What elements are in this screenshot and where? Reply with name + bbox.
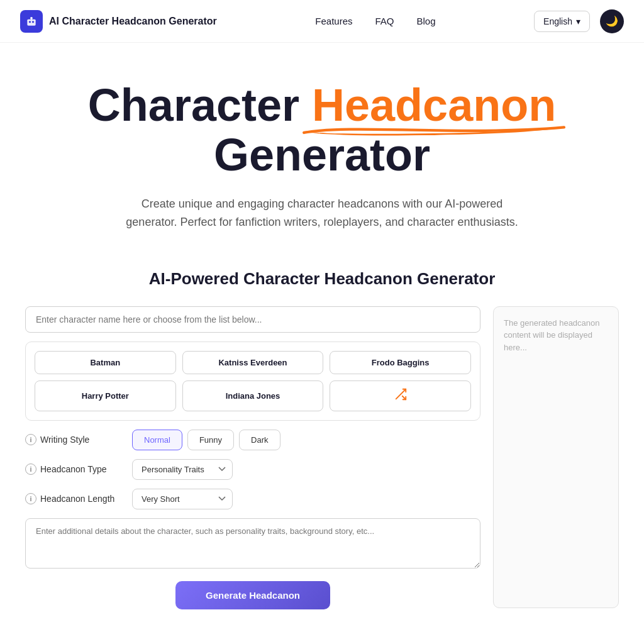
svg-rect-0 — [27, 19, 35, 25]
chevron-down-icon: ▾ — [576, 16, 580, 26]
writing-style-buttons: Normal Funny Dark — [132, 430, 280, 450]
style-btn-dark[interactable]: Dark — [239, 430, 280, 450]
headcanon-type-row: i Headcanon Type Personality Traits Back… — [25, 459, 480, 480]
navbar: AI Character Headcanon Generator Feature… — [0, 0, 644, 43]
svg-point-1 — [29, 21, 31, 23]
character-buttons-grid: Batman Katniss Everdeen Frodo Baggins Ha… — [25, 341, 480, 421]
nav-faq[interactable]: FAQ — [375, 16, 394, 26]
writing-style-label: Writing Style — [40, 435, 89, 445]
char-btn-frodo[interactable]: Frodo Baggins — [330, 351, 471, 374]
writing-style-info-icon[interactable]: i — [25, 434, 36, 445]
nav-logo[interactable]: AI Character Headcanon Generator — [20, 10, 217, 33]
output-panel: The generated headcanon content will be … — [493, 306, 619, 608]
nav-links: Features FAQ Blog — [315, 16, 435, 26]
char-btn-katniss[interactable]: Katniss Everdeen — [182, 351, 324, 374]
additional-details-textarea[interactable] — [25, 518, 480, 569]
logo-icon — [20, 10, 43, 33]
generator-left: Batman Katniss Everdeen Frodo Baggins Ha… — [25, 306, 480, 609]
headcanon-type-label-group: i Headcanon Type — [25, 464, 126, 475]
writing-style-row: i Writing Style Normal Funny Dark — [25, 430, 480, 450]
hero-section: Character Headcanon Generator Create uni… — [0, 43, 644, 257]
character-name-input[interactable] — [25, 306, 480, 333]
char-btn-harry[interactable]: Harry Potter — [35, 380, 176, 411]
shuffle-icon — [394, 387, 408, 404]
hero-title-part1: Character — [88, 80, 312, 130]
generator-layout: Batman Katniss Everdeen Frodo Baggins Ha… — [25, 306, 619, 609]
nav-features[interactable]: Features — [315, 16, 352, 26]
hero-title: Character Headcanon Generator — [13, 80, 631, 180]
language-label: English — [543, 16, 572, 26]
hero-subtitle: Create unique and engaging character hea… — [121, 195, 523, 231]
svg-point-2 — [32, 21, 34, 23]
shuffle-button[interactable] — [330, 380, 471, 411]
hero-title-orange: Headcanon — [312, 80, 556, 130]
headcanon-type-label: Headcanon Type — [40, 464, 107, 474]
dark-mode-toggle[interactable]: 🌙 — [600, 9, 624, 33]
char-btn-batman[interactable]: Batman — [35, 351, 176, 374]
language-button[interactable]: English ▾ — [534, 11, 590, 32]
nav-right: English ▾ 🌙 — [534, 9, 624, 33]
output-placeholder-text: The generated headcanon content will be … — [504, 317, 608, 354]
generator-title: AI-Powered Character Headcanon Generator — [25, 269, 619, 289]
generator-section: AI-Powered Character Headcanon Generator… — [0, 257, 644, 635]
headcanon-length-label-group: i Headcanon Length — [25, 493, 126, 504]
headcanon-length-info-icon[interactable]: i — [25, 493, 36, 504]
headcanon-length-label: Headcanon Length — [40, 494, 114, 504]
generate-btn-wrap: Generate Headcanon — [25, 577, 480, 609]
char-btn-indiana[interactable]: Indiana Jones — [182, 380, 324, 411]
headcanon-length-select[interactable]: Very Short Short Medium Long — [132, 489, 233, 509]
moon-icon: 🌙 — [606, 15, 618, 27]
headcanon-type-info-icon[interactable]: i — [25, 464, 36, 475]
headcanon-type-select[interactable]: Personality Traits Backstory Relationshi… — [132, 459, 233, 480]
logo-text: AI Character Headcanon Generator — [49, 16, 217, 27]
nav-blog[interactable]: Blog — [417, 16, 436, 26]
style-btn-funny[interactable]: Funny — [187, 430, 234, 450]
style-btn-normal[interactable]: Normal — [132, 430, 182, 450]
headcanon-length-row: i Headcanon Length Very Short Short Medi… — [25, 489, 480, 509]
generate-button[interactable]: Generate Headcanon — [175, 581, 330, 609]
writing-style-label-group: i Writing Style — [25, 434, 126, 445]
